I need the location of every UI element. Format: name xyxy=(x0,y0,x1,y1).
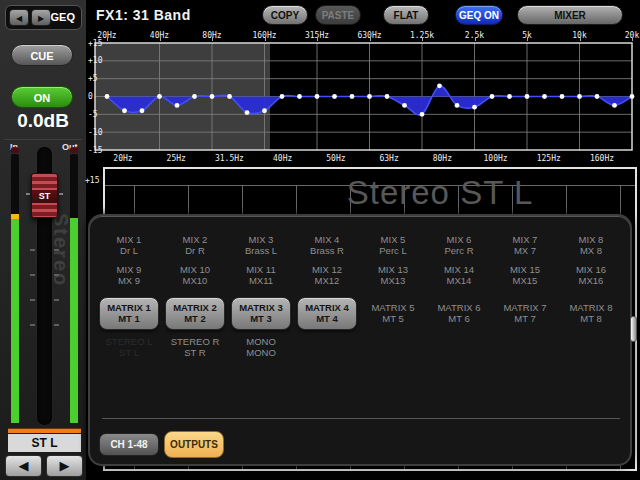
band-dot-630Hz[interactable] xyxy=(367,94,372,99)
channel-select-mix-10[interactable]: MIX 10MX10 xyxy=(162,260,228,290)
fader-tick xyxy=(30,249,35,251)
channel-long-name: Stereo xyxy=(49,213,72,408)
band-dot-500Hz[interactable] xyxy=(350,94,355,99)
window-title: FX1: 31 Band xyxy=(96,7,191,23)
zoom-axis-label: 20Hz xyxy=(113,154,132,163)
channel-next-button[interactable]: ▶ xyxy=(46,455,83,477)
band-dot-1kHz[interactable] xyxy=(402,103,407,108)
band-dot-50Hz[interactable] xyxy=(175,103,180,108)
y-axis-label: -10 xyxy=(88,128,108,137)
ch-range-tab[interactable]: CH 1-48 xyxy=(99,433,159,456)
clip-led-in xyxy=(11,147,19,153)
band-dot-250Hz[interactable] xyxy=(297,94,302,99)
channel-select-matrix-2[interactable]: MATRIX 2MT 2 xyxy=(162,294,228,332)
fader-tick xyxy=(54,249,59,251)
band-dot-80Hz[interactable] xyxy=(210,94,215,99)
channel-select-mix-12[interactable]: MIX 12MX12 xyxy=(294,260,360,290)
band-dot-4kHz[interactable] xyxy=(507,94,512,99)
channel-select-matrix-1[interactable]: MATRIX 1MT 1 xyxy=(96,294,162,332)
band-dot-800Hz[interactable] xyxy=(385,94,390,99)
band-dot-200Hz[interactable] xyxy=(280,94,285,99)
band-dot-31.5Hz[interactable] xyxy=(140,108,145,113)
channel-select-mix-3[interactable]: MIX 3Brass L xyxy=(228,230,294,260)
channel-select-mix-2[interactable]: MIX 2Dr R xyxy=(162,230,228,260)
channel-select-stereo-r[interactable]: STEREO RST R xyxy=(162,332,228,362)
channel-select-mix-8[interactable]: MIX 8MX 8 xyxy=(558,230,624,260)
band-dot-63Hz[interactable] xyxy=(192,94,197,99)
band-dot-3.15kHz[interactable] xyxy=(490,94,495,99)
band-dot-125Hz[interactable] xyxy=(245,110,250,115)
cue-button[interactable]: CUE xyxy=(11,44,73,66)
mixer-button[interactable]: MIXER xyxy=(517,5,623,25)
flat-button[interactable]: FLAT xyxy=(383,5,429,25)
nav-left-button[interactable]: ◀ xyxy=(9,9,29,26)
band-dot-100Hz[interactable] xyxy=(227,94,232,99)
empty-cell xyxy=(360,332,426,362)
geq-on-button[interactable]: GEQ ON xyxy=(455,5,503,25)
axis-tick xyxy=(475,37,476,41)
channel-select-mix-9[interactable]: MIX 9MX 9 xyxy=(96,260,162,290)
band-dot-1.25kHz[interactable] xyxy=(420,112,425,117)
channel-select-matrix-8[interactable]: MATRIX 8MT 8 xyxy=(558,294,624,332)
fader-cap[interactable]: ST xyxy=(31,173,58,218)
channel-select-matrix-5[interactable]: MATRIX 5MT 5 xyxy=(360,294,426,332)
band-dot-5kHz[interactable] xyxy=(525,94,530,99)
channel-select-mix-5[interactable]: MIX 5Perc L xyxy=(360,230,426,260)
band-dot-315Hz[interactable] xyxy=(315,94,320,99)
band-dot-40Hz[interactable] xyxy=(157,94,162,99)
zoom-axis-label: 80Hz xyxy=(433,154,452,163)
channel-strip-sidebar: ◀ ▶ GEQ CUE ON 0.0dB In Out Stereo ST ST… xyxy=(0,0,88,480)
band-dot-2.5kHz[interactable] xyxy=(472,105,477,110)
popup-row: STEREO LST LSTEREO RST RMONOMONO xyxy=(96,332,624,362)
channel-select-mix-16[interactable]: MIX 16MX16 xyxy=(558,260,624,290)
on-button[interactable]: ON xyxy=(11,86,73,108)
band-dot-160Hz[interactable] xyxy=(262,108,267,113)
channel-prev-button[interactable]: ◀ xyxy=(5,455,42,477)
fader-tick xyxy=(30,274,35,276)
channel-select-mix-11[interactable]: MIX 11MX11 xyxy=(228,260,294,290)
channel-select-mix-15[interactable]: MIX 15MX15 xyxy=(492,260,558,290)
channel-select-mix-14[interactable]: MIX 14MX14 xyxy=(426,260,492,290)
paste-button[interactable]: PASTE xyxy=(315,5,361,25)
band-dot-16kHz[interactable] xyxy=(612,103,617,108)
y-axis-label: +10 xyxy=(88,56,108,65)
channel-select-stereo-l[interactable]: STEREO LST L xyxy=(96,332,162,362)
fader-tick xyxy=(54,299,59,301)
channel-select-mix-1[interactable]: MIX 1Dr L xyxy=(96,230,162,260)
outputs-tab[interactable]: OUTPUTS xyxy=(164,431,224,458)
band-dot-400Hz[interactable] xyxy=(332,94,337,99)
empty-cell xyxy=(492,332,558,362)
geq-curve-svg[interactable] xyxy=(88,30,640,165)
geq-editor-screen: 20Hz40Hz80Hz160Hz315Hz630Hz1.25k2.5k5k10… xyxy=(0,0,640,480)
fader-tick xyxy=(30,299,35,301)
axis-tick xyxy=(527,37,528,41)
gain-readout: 0.0dB xyxy=(0,110,86,132)
channel-select-mix-4[interactable]: MIX 4Brass R xyxy=(294,230,360,260)
nav-right-button[interactable]: ▶ xyxy=(31,9,51,26)
band-dot-20kHz[interactable] xyxy=(630,94,635,99)
channel-select-mix-7[interactable]: MIX 7MX 7 xyxy=(492,230,558,260)
band-dot-25Hz[interactable] xyxy=(122,108,127,113)
zoom-axis-label: 125Hz xyxy=(537,154,561,163)
popup-scrollbar[interactable] xyxy=(630,316,637,342)
channel-select-matrix-4[interactable]: MATRIX 4MT 4 xyxy=(294,294,360,332)
band-dot-1.6kHz[interactable] xyxy=(437,83,442,88)
empty-cell xyxy=(294,332,360,362)
band-dot-12.5kHz[interactable] xyxy=(595,94,600,99)
meter-in-level xyxy=(11,219,19,423)
zoom-axis-label: 160Hz xyxy=(590,154,614,163)
channel-select-mono[interactable]: MONOMONO xyxy=(228,332,294,362)
zoom-axis-label: 100Hz xyxy=(484,154,508,163)
popup-row: MIX 1Dr LMIX 2Dr RMIX 3Brass LMIX 4Brass… xyxy=(96,230,624,260)
channel-select-mix-13[interactable]: MIX 13MX13 xyxy=(360,260,426,290)
channel-select-matrix-7[interactable]: MATRIX 7MT 7 xyxy=(492,294,558,332)
channel-select-matrix-6[interactable]: MATRIX 6MT 6 xyxy=(426,294,492,332)
band-dot-10kHz[interactable] xyxy=(577,94,582,99)
axis-tick xyxy=(370,37,371,41)
channel-select-matrix-3[interactable]: MATRIX 3MT 3 xyxy=(228,294,294,332)
copy-button[interactable]: COPY xyxy=(262,5,308,25)
band-dot-8kHz[interactable] xyxy=(560,94,565,99)
band-dot-2kHz[interactable] xyxy=(455,103,460,108)
band-dot-6.3kHz[interactable] xyxy=(542,94,547,99)
channel-select-mix-6[interactable]: MIX 6Perc R xyxy=(426,230,492,260)
